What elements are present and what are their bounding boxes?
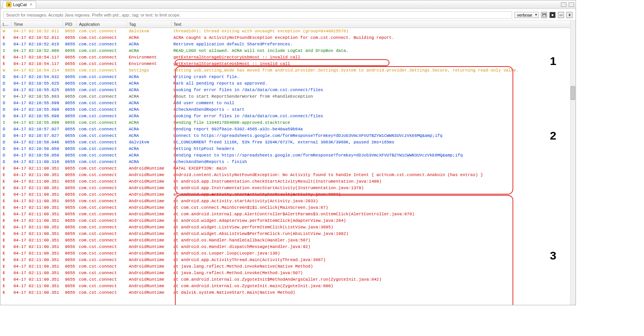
table-row[interactable]: I04-17 02:10:55.6999655com.cst.connectAC… <box>0 120 576 126</box>
table-row[interactable]: E04-17 02:11:00.3519655com.cst.connectAn… <box>0 218 576 224</box>
cell-text: at android.app.Activity.startActivityFor… <box>171 191 576 198</box>
table-row[interactable]: E04-17 02:10:54.1179655com.cst.connectEn… <box>0 54 576 61</box>
table-row[interactable]: E04-17 02:11:00.3519655com.cst.connectAn… <box>0 263 576 270</box>
cell-time: 04-17 02:10:54.832 <box>11 74 63 80</box>
table-row[interactable]: E04-17 02:11:00.3519655com.cst.connectAn… <box>0 205 576 211</box>
cell-text: #checkAndSendReports - start <box>171 106 576 113</box>
clear-log-icon[interactable]: ■ <box>549 12 556 18</box>
cell-lvl: E <box>0 263 11 270</box>
col-text[interactable]: Text <box>171 21 576 28</box>
cell-app: com.cst.connect <box>77 159 126 165</box>
table-row[interactable]: D04-17 02:10:54.8329655com.cst.connectAC… <box>0 74 576 80</box>
col-level[interactable]: L... <box>0 21 11 28</box>
cell-time: 04-17 02:11:00.351 <box>11 172 63 178</box>
cell-app: com.cst.connect <box>77 152 126 159</box>
log-level-select[interactable]: verbose <box>514 12 539 18</box>
cell-app: com.cst.connect <box>77 211 126 218</box>
cell-lvl: E <box>0 270 11 276</box>
table-row[interactable]: E04-17 02:11:00.3519655com.cst.connectAn… <box>0 191 576 198</box>
display-filters-icon[interactable]: ▭ <box>558 12 564 18</box>
table-row[interactable]: E04-17 02:11:00.3519655com.cst.connectAn… <box>0 165 576 172</box>
table-row[interactable]: E04-17 02:11:00.3519655com.cst.connectAn… <box>0 224 576 231</box>
cell-lvl: E <box>0 289 11 296</box>
table-row[interactable]: D04-17 02:10:55.6259655com.cst.connectAC… <box>0 87 576 93</box>
cell-tag: ACRA <box>126 159 171 165</box>
annotation-number-1: 1 <box>550 55 556 68</box>
close-icon[interactable]: ✕ <box>30 3 33 7</box>
cell-text: Looking for error files in /data/data/co… <box>171 113 576 120</box>
table-row[interactable]: E04-17 02:11:00.3519655com.cst.connectAn… <box>0 231 576 237</box>
col-time[interactable]: Time <box>11 21 63 28</box>
cell-tag: ACRA <box>126 93 171 100</box>
table-row[interactable]: W04-17 02:10:52.0119655com.cst.connectda… <box>0 28 576 35</box>
table-row[interactable]: E04-17 02:11:00.3519655com.cst.connectAn… <box>0 172 576 178</box>
table-row[interactable]: E04-17 02:11:00.3519655com.cst.connectAn… <box>0 237 576 244</box>
table-row[interactable]: E04-17 02:11:00.3519655com.cst.connectAn… <box>0 270 576 276</box>
table-row[interactable]: D04-17 02:10:52.0159655com.cst.connectAC… <box>0 41 576 48</box>
cell-text: FATAL EXCEPTION: main <box>171 165 576 172</box>
cell-pid: 9655 <box>63 172 77 178</box>
minimize-button[interactable] <box>561 2 566 7</box>
table-row[interactable]: E04-17 02:11:00.3519655com.cst.connectAn… <box>0 289 576 296</box>
table-row[interactable]: D04-17 02:10:57.0279655com.cst.connectAC… <box>0 126 576 133</box>
cell-text: at android.widget.ListView.performItemCl… <box>171 224 576 231</box>
cell-lvl: D <box>0 106 11 113</box>
toolbar: verbose 💾 ■ ▭ ⏸ <box>0 9 576 21</box>
table-row[interactable]: E04-17 02:11:00.3519655com.cst.connectAn… <box>0 178 576 185</box>
col-app[interactable]: Application <box>77 21 126 28</box>
cell-pid: 9655 <box>63 244 77 250</box>
table-row[interactable]: E04-17 02:11:00.3519655com.cst.connectAn… <box>0 244 576 250</box>
table-row[interactable]: D04-17 02:10:58.0509655com.cst.connectAC… <box>0 152 576 159</box>
scroll-lock-icon[interactable]: ⏸ <box>566 12 572 18</box>
table-row[interactable]: D04-17 02:10:55.6259655com.cst.connectAC… <box>0 80 576 87</box>
cell-tag: ACRA <box>126 48 171 54</box>
table-row[interactable]: D04-17 02:10:57.0279655com.cst.connectAC… <box>0 133 576 139</box>
col-pid[interactable]: PID <box>63 21 77 28</box>
cell-time: 04-17 02:10:55.699 <box>11 120 63 126</box>
table-row[interactable]: E04-17 02:11:00.3519655com.cst.connectAn… <box>0 211 576 218</box>
log-table-wrap[interactable]: L... Time PID Application Tag Text W04-1… <box>0 21 576 305</box>
scrollbar-track[interactable] <box>570 21 576 305</box>
cell-app: com.cst.connect <box>77 126 126 133</box>
cell-app: com.cst.connect <box>77 80 126 87</box>
cell-pid: 9655 <box>63 237 77 244</box>
cell-time: 04-17 02:11:00.351 <box>11 270 63 276</box>
cell-lvl: W <box>0 67 11 74</box>
table-row[interactable]: E04-17 02:11:00.3519655com.cst.connectAn… <box>0 276 576 283</box>
table-row[interactable]: E04-17 02:11:00.3519655com.cst.connectAn… <box>0 257 576 263</box>
table-row[interactable]: I04-17 02:10:52.0669655com.cst.connectAC… <box>0 48 576 54</box>
cell-text: at android.os.Handler.dispatchMessage(Ha… <box>171 244 576 250</box>
cell-app: com.cst.connect <box>77 237 126 244</box>
cell-app: com.cst.connect <box>77 231 126 237</box>
table-row[interactable]: E04-17 02:11:00.3519655com.cst.connectAn… <box>0 250 576 257</box>
cell-time: 04-17 02:10:54.117 <box>11 54 63 61</box>
maximize-button[interactable] <box>569 2 574 7</box>
col-tag[interactable]: Tag <box>126 21 171 28</box>
table-row[interactable]: D04-17 02:10:55.6999655com.cst.connectAC… <box>0 100 576 106</box>
cell-time: 04-17 02:10:55.699 <box>11 100 63 106</box>
table-row[interactable]: D04-17 02:10:55.6999655com.cst.connectAC… <box>0 113 576 120</box>
table-row[interactable]: W04-17 02:10:54.2149655com.cst.connectSe… <box>0 67 576 74</box>
cell-tag: AndroidRuntime <box>126 276 171 283</box>
cell-app: com.cst.connect <box>77 165 126 172</box>
table-row[interactable]: D04-17 02:11:00.3169655com.cst.connectAC… <box>0 159 576 165</box>
cell-text: at com.cst.connect.MainScreen$1$1.onClic… <box>171 205 576 211</box>
save-log-icon[interactable]: 💾 <box>541 12 547 18</box>
table-row[interactable]: D04-17 02:10:58.0469655com.cst.connectda… <box>0 139 576 146</box>
table-row[interactable]: E04-17 02:11:00.3519655com.cst.connectAn… <box>0 283 576 289</box>
table-row[interactable]: D04-17 02:10:55.6999655com.cst.connectAC… <box>0 106 576 113</box>
search-input[interactable] <box>3 11 512 19</box>
table-row[interactable]: E04-17 02:11:00.3519655com.cst.connectAn… <box>0 185 576 191</box>
cell-lvl: E <box>0 211 11 218</box>
tab-logcat[interactable]: ⊞ LogCat ✕ <box>3 1 36 8</box>
cell-tag: ACRA <box>126 41 171 48</box>
cell-text: threadid=1: thread exiting with uncaught… <box>171 28 576 35</box>
table-row[interactable]: D04-17 02:10:58.0509655com.cst.connectAC… <box>0 146 576 152</box>
cell-tag: ACRA <box>126 146 171 152</box>
scrollbar-thumb[interactable] <box>571 86 575 100</box>
table-row[interactable]: V04-17 02:10:55.6839655com.cst.connectAC… <box>0 93 576 100</box>
table-row[interactable]: E04-17 02:10:54.1179655com.cst.connectEn… <box>0 61 576 67</box>
cell-lvl: E <box>0 224 11 231</box>
table-row[interactable]: E04-17 02:10:52.0119655com.cst.connectAC… <box>0 35 576 41</box>
table-row[interactable]: E04-17 02:11:00.3519655com.cst.connectAn… <box>0 198 576 205</box>
